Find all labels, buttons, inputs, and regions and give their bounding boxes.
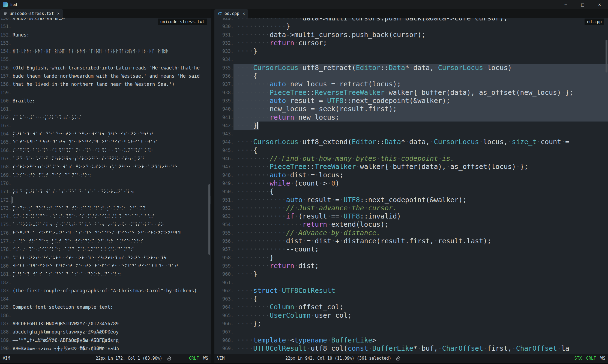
code-line[interactable]: 170. bbox=[0, 179, 211, 187]
left-scrollbar[interactable] bbox=[208, 18, 211, 354]
code-line[interactable]: 954.················return·extend(locus)… bbox=[214, 220, 608, 229]
code-line[interactable]: 931.········data->multi_cursors.push_bac… bbox=[214, 31, 608, 39]
code-line[interactable]: 942.····} bbox=[214, 122, 608, 130]
code-line[interactable]: 935.····CursorLocus·utf8_retract(Editor:… bbox=[214, 64, 608, 72]
code-line[interactable]: 956.············dist·=·dist·+·distance(r… bbox=[214, 237, 608, 245]
code-line[interactable]: 955.············//·Advance·by·distance. bbox=[214, 229, 608, 237]
code-line[interactable]: 166.⠎⠊⠛⠝⠫·⠃⠹·⠹⠑·⠊⠇⠻⠛⠹⠍⠁⠝⠂·⠹⠑·⠊⠇⠻⠅⠂·⠹⠑·⠥⠝… bbox=[0, 146, 211, 154]
code-line[interactable]: 930.············} bbox=[214, 22, 608, 31]
code-line[interactable]: 961. bbox=[214, 278, 608, 287]
code-line[interactable]: 153. bbox=[0, 39, 211, 47]
code-line[interactable]: 175.⠁·⠙⠕⠕⠗⠤⠝⠁⠊⠇⠲·⡊·⠍⠊⠣⠞·⠙⠁⠧⠑·⠃⠑⠲·⠔⠊⠇⠔⠫⠂·… bbox=[0, 220, 211, 229]
code-line[interactable]: 155. bbox=[0, 55, 211, 63]
code-line[interactable]: 941.········return·new_locus; bbox=[214, 113, 608, 122]
code-line[interactable]: 152.Runes: bbox=[0, 31, 211, 39]
code-line[interactable]: 171.⡕⠇⠙·⡍⠜⠇⠑⠹·⠺⠁⠎·⠁⠎·⠙⠑⠁⠙·⠁⠎·⠁·⠙⠕⠕⠗⠤⠝⠁⠊⠇… bbox=[0, 187, 211, 196]
right-encoding-indicator[interactable]: STX bbox=[574, 356, 582, 361]
scrollbar-thumb[interactable] bbox=[208, 184, 210, 255]
code-line[interactable]: 173.⡍⠔⠙⠖·⡊·⠙⠕⠝⠰⠞·⠍⠑⠁⠝·⠞⠕·⠎⠁⠹·⠹⠁⠞·⡊·⠅⠝⠪⠂·… bbox=[0, 204, 211, 212]
code-line[interactable]: 176.⠗⠑⠛⠜⠙·⠁·⠊⠕⠋⠋⠔⠤⠝⠁⠊⠇·⠁⠎·⠹⠑·⠙⠑⠁⠙⠑⠌·⠏⠊⠑⠊… bbox=[0, 229, 211, 237]
left-eol-indicator[interactable]: CRLF bbox=[189, 356, 199, 361]
code-line[interactable]: 188.abcdefghijklmnopqrstuvwxyz·£©µÀÆÖÞßé… bbox=[0, 328, 211, 336]
code-line[interactable]: 968.····template·<typename·BufferLike> bbox=[214, 336, 608, 344]
code-line[interactable]: 947.········PieceTree::TreeWalker·walker… bbox=[214, 163, 608, 171]
right-whitespace-indicator[interactable]: WS bbox=[600, 356, 605, 361]
code-line[interactable]: 958.········} bbox=[214, 254, 608, 262]
code-line[interactable]: 179.⠩⠁⠇⠇·⠝⠕⠞·⠙⠊⠌⠥⠗⠃·⠊⠞⠂·⠕⠗·⠹⠑·⡊⠳⠝⠞⠗⠹⠰⠎·⠙… bbox=[0, 254, 211, 262]
code-line[interactable]: 944.····CursorLocus·utf8_extend(Editor::… bbox=[214, 138, 608, 146]
code-line[interactable]: 160.Braille: bbox=[0, 97, 211, 105]
code-line[interactable]: 952.············//·Just·advance·the·curs… bbox=[214, 204, 608, 212]
code-line[interactable]: 185.Compact·font·selection·example·text: bbox=[0, 303, 211, 311]
code-line[interactable]: 162.⡌⠁⠧⠑·⠼⠁⠒··⡍⠜⠇⠑⠹⠰⠎·⡣⠕⠌ bbox=[0, 113, 211, 122]
line-number: 929. bbox=[214, 18, 233, 22]
right-eol-indicator[interactable]: CRLF bbox=[586, 356, 596, 361]
code-line[interactable]: 177.⠔·⠹⠑·⠞⠗⠁⠙⠑⠲·⡃⠥⠞·⠹⠑·⠺⠊⠎⠙⠕⠍·⠕⠋·⠳⠗·⠁⠝⠊⠑… bbox=[0, 237, 211, 245]
code-line[interactable]: 965.········UserColumn·user_col; bbox=[214, 311, 608, 320]
code-line[interactable]: 939.········auto·result·=·UTF8::next_cod… bbox=[214, 97, 608, 105]
code-line[interactable]: 164.⡍⠜⠇⠑⠹·⠺⠁⠎·⠙⠑⠁⠙⠒·⠞⠕·⠃⠑⠛⠔·⠺⠊⠹⠲·⡹⠻⠑·⠊⠎·… bbox=[0, 130, 211, 138]
code-line[interactable]: 948.········auto·dist·=·locus; bbox=[214, 171, 608, 179]
code-line[interactable]: 190.∀∂∈ℝ∧∪≡∞·↑↗↨↻⇣·┐┼╔╘░►☺♀·ﬁ�⑀₂ἠḂӥẄɐː⍎א… bbox=[0, 344, 211, 353]
code-line[interactable]: 159. bbox=[0, 89, 211, 97]
code-line[interactable]: 156.(Old·English,·which·transcribed·into… bbox=[0, 64, 211, 72]
code-line[interactable]: 943. bbox=[214, 130, 608, 138]
code-line[interactable]: 963.····{ bbox=[214, 295, 608, 303]
code-line[interactable]: 959.········return·dist; bbox=[214, 262, 608, 270]
code-line[interactable]: 180.⠺⠊⠇⠇·⠹⠻⠑⠋⠕⠗⠑·⠏⠻⠍⠊⠞·⠍⠑·⠞⠕·⠗⠑⠏⠑⠁⠞⠂·⠑⠍⠏… bbox=[0, 262, 211, 270]
code-line[interactable]: 940.········new_locus·=·seek(result.firs… bbox=[214, 105, 608, 113]
code-line[interactable]: 969.····UTF8ColResult·utf8_col(const·Buf… bbox=[214, 344, 608, 353]
code-line[interactable]: 951.············auto·result·=·UTF8::next… bbox=[214, 196, 608, 204]
code-line[interactable]: 165.⠱⠁⠞⠑⠧⠻·⠁⠃⠳⠞·⠹⠁⠞⠲·⡹⠑·⠗⠑⠛⠊⠌⠻·⠕⠋·⠙⠊⠎·⠃⠥… bbox=[0, 138, 211, 146]
close-button[interactable]: × bbox=[591, 0, 608, 9]
code-line[interactable]: 187.ABCDEFGHIJKLMNOPQRSTUVWXYZ·/01234567… bbox=[0, 320, 211, 328]
tab-ed-cpp[interactable]: ed.cpp × bbox=[214, 9, 248, 18]
code-line[interactable]: 158.that·he·lived·in·the·northern·land·n… bbox=[0, 80, 211, 88]
code-line[interactable]: 946.········//·Find·out·how·many·bytes·t… bbox=[214, 154, 608, 163]
code-line[interactable]: 945.····{ bbox=[214, 146, 608, 154]
code-line[interactable]: 949.········while·(count·>·0) bbox=[214, 179, 608, 187]
code-line[interactable]: 183.(The·first·couple·of·paragraphs·of·"… bbox=[0, 287, 211, 295]
pane-divider[interactable] bbox=[211, 9, 214, 363]
tab-close-icon[interactable]: × bbox=[57, 11, 60, 16]
code-line[interactable]: 161. bbox=[0, 105, 211, 113]
maximize-button[interactable]: □ bbox=[574, 0, 591, 9]
code-line[interactable]: 157.bude·thaem·lande·northweardum·with·t… bbox=[0, 72, 211, 80]
minimize-button[interactable]: ─ bbox=[557, 0, 574, 9]
code-line[interactable]: 950.········{ bbox=[214, 187, 608, 196]
code-line[interactable]: 964.········Column·offset_col; bbox=[214, 303, 608, 311]
left-whitespace-indicator[interactable]: WS bbox=[203, 356, 208, 361]
code-line[interactable]: 929.················data->multi_cursors.… bbox=[214, 18, 608, 22]
code-line[interactable]: 937.········auto·new_locus·=·retract(loc… bbox=[214, 80, 608, 88]
code-line[interactable]: 184. bbox=[0, 295, 211, 303]
code-line[interactable]: 163. bbox=[0, 122, 211, 130]
left-editor[interactable]: unicode-stress.txt 150.እግርህን·በፍራሽህ·ልክ·ዘር… bbox=[0, 18, 211, 354]
code-line[interactable]: 953.············if·(result·==·UTF8::inva… bbox=[214, 212, 608, 220]
code-line[interactable]: 962.····struct·UTF8ColResult bbox=[214, 287, 608, 295]
code-line[interactable]: 189.–—‘“”„†•…‰™œŠŸž€·ΑΒΓΔΩαβγδω·АБВГДабв… bbox=[0, 336, 211, 344]
code-line[interactable]: 178.⠊⠎·⠔·⠹⠑·⠎⠊⠍⠊⠇⠑⠆·⠁⠝⠙·⠍⠹·⠥⠝⠙⠁⠇⠇⠪⠫·⠙⠁⠝⠙… bbox=[0, 245, 211, 253]
code-line[interactable]: 154.ᚻᛖ·ᚳᚹᚫᚦ·ᚦᚫᛏ·ᚻᛖ·ᛒᚢᛞᛖ·ᚩᚾ·ᚦᚫᛗ·ᛚᚪᚾᛞᛖ·ᚾᚩᚱ… bbox=[0, 47, 211, 55]
code-line[interactable]: 938.········PieceTree::ReverseTreeWalker… bbox=[214, 89, 608, 97]
code-line[interactable]: 960.····} bbox=[214, 270, 608, 278]
code-line[interactable]: 936.····{ bbox=[214, 72, 608, 80]
code-line[interactable]: 181.⡍⠜⠇⠑⠹·⠺⠁⠎·⠁⠎·⠙⠑⠁⠙·⠁⠎·⠁·⠙⠕⠕⠗⠤⠝⠁⠊⠇⠲ bbox=[0, 270, 211, 278]
code-line[interactable]: 168.⡎⠊⠗⠕⠕⠛⠑⠰⠎·⠝⠁⠍⠑·⠺⠁⠎·⠛⠕⠕⠙·⠥⠏⠕⠝·⠰⡡⠁⠝⠛⠑⠂… bbox=[0, 163, 211, 171]
tab-unicode-stress-txt[interactable]: unicode-stress.txt × bbox=[0, 9, 63, 18]
code-line[interactable]: 169.⠡⠕⠎⠑·⠞⠕·⠏⠥⠞·⠙⠊⠎·⠙⠁⠝⠙·⠞⠕⠲ bbox=[0, 171, 211, 179]
code-line[interactable]: 934. bbox=[214, 55, 608, 63]
code-line[interactable]: 182. bbox=[0, 278, 211, 287]
code-line[interactable]: 966.····}; bbox=[214, 320, 608, 328]
code-line[interactable]: 174.⠪⠝·⠅⠝⠪⠇⠫⠛⠑⠂·⠱⠁⠞·⠹⠻⠑·⠊⠎·⠏⠜⠞⠊⠊⠥⠇⠜⠇⠹·⠙⠑… bbox=[0, 212, 211, 220]
code-line[interactable]: 933.····} bbox=[214, 47, 608, 55]
tab-close-icon[interactable]: × bbox=[242, 11, 245, 16]
right-scrollbar[interactable] bbox=[605, 18, 608, 354]
code-line[interactable]: 957.············--count; bbox=[214, 245, 608, 253]
code-line[interactable]: 967. bbox=[214, 328, 608, 336]
code-line[interactable]: 186. bbox=[0, 311, 211, 320]
code-line[interactable]: 932.········return·cursor; bbox=[214, 39, 608, 47]
code-line[interactable]: 172. bbox=[0, 196, 211, 204]
scrollbar-thumb[interactable] bbox=[606, 40, 607, 72]
right-editor[interactable]: ed.cpp 929.················data->multi_c… bbox=[214, 18, 608, 354]
code-line[interactable]: 167.⠁⠝⠙·⠹⠑·⠡⠊⠑⠋·⠍⠳⠗⠝⠻⠲·⡎⠊⠗⠕⠕⠛⠑·⠎⠊⠛⠝⠫·⠊⠞⠲… bbox=[0, 154, 211, 163]
